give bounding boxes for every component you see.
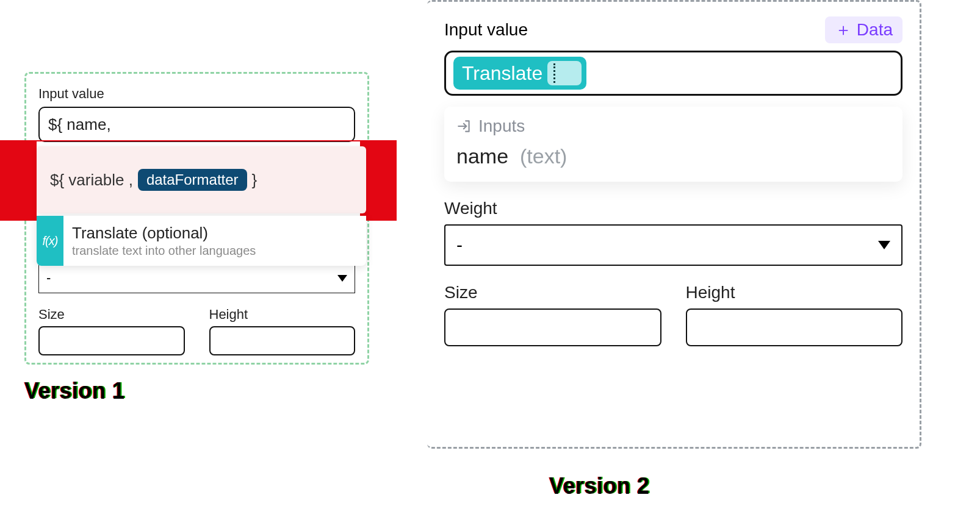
function-icon: f(x) — [37, 216, 63, 266]
syntax-hint-popup[interactable]: ${ variable , dataFormatter } — [37, 146, 366, 213]
syntax-suffix: } — [252, 171, 258, 190]
translate-function-suggestion[interactable]: f(x) Translate (optional) translate text… — [37, 216, 366, 266]
add-data-button[interactable]: ＋ Data — [825, 16, 903, 43]
plus-icon: ＋ — [835, 21, 852, 38]
inputs-section-label: Inputs — [478, 116, 525, 136]
weight-select-value: - — [456, 235, 463, 255]
translate-token-label: Translate — [462, 62, 542, 85]
syntax-prefix: ${ variable , — [50, 171, 133, 190]
v1-size-label: Size — [38, 307, 185, 323]
translate-function-desc: translate text into other languages — [72, 244, 256, 258]
inputs-dropdown: Inputs name (text) — [444, 107, 903, 182]
dropdown-item-name-text: name — [456, 144, 508, 168]
v1-hidden-select-value: - — [46, 270, 51, 286]
add-data-label: Data — [857, 20, 893, 40]
translate-function-title: Translate (optional) — [72, 224, 256, 243]
v1-size-input[interactable] — [38, 326, 185, 355]
v1-input-value-field[interactable]: ${ name, — [38, 107, 355, 142]
v1-input-value-text: ${ name, — [48, 115, 111, 134]
translate-token[interactable]: Translate — [453, 57, 586, 90]
dropdown-item-type: (text) — [514, 144, 567, 168]
v2-size-input[interactable] — [444, 308, 661, 346]
inputs-icon — [456, 118, 472, 134]
chevron-down-icon — [878, 241, 890, 249]
v2-panel: Input value ＋ Data Translate Inputs — [427, 0, 921, 449]
chevron-down-icon — [337, 275, 347, 282]
v1-input-value-label: Input value — [38, 86, 355, 102]
weight-label: Weight — [444, 199, 903, 218]
dataformatter-chip: dataFormatter — [138, 169, 247, 191]
v1-hidden-select[interactable]: - — [38, 263, 355, 293]
v1-height-input[interactable] — [209, 326, 356, 355]
v2-caption: Version 2 — [549, 473, 650, 499]
v2-size-label: Size — [444, 283, 661, 302]
v2-input-value-label: Input value — [444, 20, 528, 40]
translate-token-slot[interactable] — [547, 61, 582, 85]
v2-height-label: Height — [686, 283, 903, 302]
v1-height-label: Height — [209, 307, 356, 323]
v2-input-value-field[interactable]: Translate — [444, 51, 903, 96]
v1-caption: Version 1 — [24, 378, 125, 404]
weight-select[interactable]: - — [444, 224, 903, 266]
dropdown-item-name[interactable]: name (text) — [456, 144, 890, 168]
v2-height-input[interactable] — [686, 308, 903, 346]
